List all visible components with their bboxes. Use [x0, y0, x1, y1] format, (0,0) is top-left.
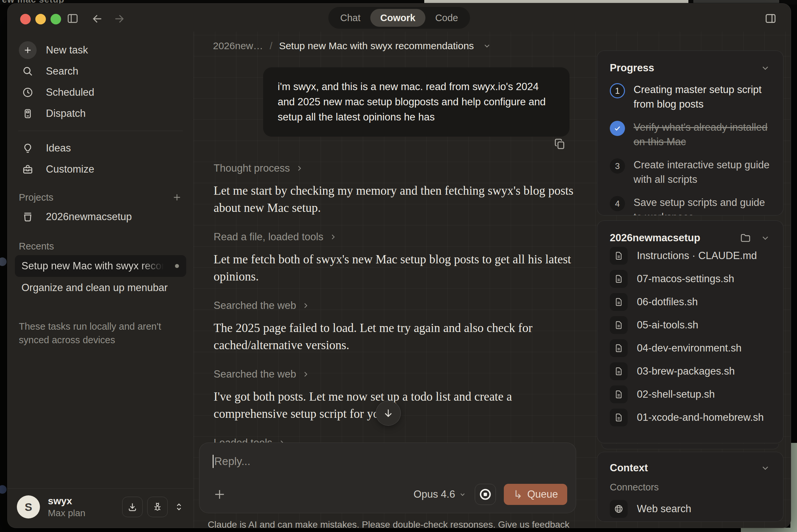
ai-disclaimer: Claude is AI and can make mistakes. Plea… [194, 519, 583, 528]
step-number: 1 [610, 83, 625, 98]
progress-step: 3 Create interactive setup guide with al… [610, 158, 771, 187]
desktop-wallpaper-corner [791, 443, 797, 532]
file-item[interactable]: 07-macos-settings.sh [610, 268, 771, 290]
recent-label: Setup new Mac with swyx recomme [21, 260, 167, 272]
right-panel: Progress 1 Creating master setup script … [597, 32, 783, 528]
sidebar-item-scheduled[interactable]: Scheduled [15, 82, 186, 103]
model-label: Opus 4.6 [414, 489, 455, 500]
context-card: Context Connectors Web search [597, 452, 783, 522]
feedback-link[interactable]: Give us feedback [498, 519, 570, 528]
forward-arrow-icon[interactable] [113, 12, 126, 25]
plus-icon [19, 41, 37, 59]
tool-section-header[interactable]: Searched the web [214, 300, 583, 311]
file-item[interactable]: 03-brew-packages.sh [610, 360, 771, 382]
bug-icon [152, 502, 163, 512]
reply-composer[interactable]: Reply... Opus 4.6 [199, 442, 576, 513]
clock-icon [19, 87, 37, 98]
collapse-chevron-icon[interactable] [760, 463, 771, 473]
progress-step-done: Verify what's already installed on this … [610, 120, 771, 149]
step-number: 3 [610, 158, 625, 174]
file-item[interactable]: 05-ai-tools.sh [610, 314, 771, 336]
attach-plus-icon[interactable] [212, 488, 226, 501]
account-footer: S swyx Max plan [7, 489, 193, 528]
sidebar-item-dispatch[interactable]: Dispatch [15, 103, 186, 124]
close-window-button[interactable] [20, 14, 31, 24]
breadcrumb: 2026new… / Setup new Mac with swyx recom… [213, 40, 492, 52]
progress-title: Progress [610, 62, 654, 74]
project-item[interactable]: 2026newmacsetup [15, 206, 186, 227]
zoom-window-button[interactable] [51, 14, 61, 24]
search-icon [19, 65, 37, 77]
projects-label: Projects [19, 192, 54, 203]
nav-label: Dispatch [46, 108, 86, 119]
tab-cowork[interactable]: Cowork [370, 9, 425, 27]
file-item[interactable]: 01-xcode-and-homebrew.sh [610, 406, 771, 429]
tab-chat[interactable]: Chat [331, 9, 370, 27]
recent-item[interactable]: Organize and clean up menubar [15, 277, 186, 299]
right-panel-toggle-icon[interactable] [764, 12, 777, 25]
lightbulb-icon [19, 142, 37, 154]
stop-button[interactable] [475, 484, 496, 505]
connector-item-web-search[interactable]: Web search [610, 500, 771, 518]
model-selector[interactable]: Opus 4.6 [414, 489, 467, 500]
minimize-window-button[interactable] [35, 14, 46, 24]
chevron-right-icon [329, 233, 337, 241]
background-window-fragment-2 [693, 0, 779, 3]
titlebar: Chat Cowork Code [7, 4, 791, 32]
local-tasks-note: These tasks run locally and aren't synce… [19, 320, 182, 347]
nav-label: New task [46, 44, 88, 56]
chevron-down-icon [458, 490, 467, 499]
account-switcher-chevrons[interactable] [174, 502, 184, 512]
sidebar-item-customize[interactable]: Customize [15, 159, 186, 180]
step-number: 4 [610, 196, 625, 211]
add-project-icon[interactable] [172, 192, 182, 203]
workspace-files-card: 2026newmacsetup Inst [597, 221, 783, 443]
queue-button[interactable]: ↳ Queue [504, 484, 567, 505]
download-updates-button[interactable] [122, 497, 143, 517]
queue-arrow-icon: ↳ [513, 489, 523, 500]
sidebar-item-search[interactable]: Search [15, 61, 186, 82]
file-item[interactable]: 02-shell-setup.sh [610, 383, 771, 405]
sidebar-toggle-icon[interactable] [67, 12, 79, 25]
chevron-down-icon[interactable] [482, 41, 492, 51]
collapse-chevron-icon[interactable] [760, 233, 771, 243]
project-bin-icon [19, 211, 37, 223]
nav-label: Customize [46, 163, 94, 175]
chevron-right-icon [301, 370, 310, 379]
copy-icon[interactable] [553, 137, 566, 151]
file-item[interactable]: 04-dev-environment.sh [610, 337, 771, 359]
connectors-label: Connectors [610, 482, 771, 493]
tab-code[interactable]: Code [425, 9, 468, 27]
mode-tabs: Chat Cowork Code [329, 7, 470, 29]
tool-section-header[interactable]: Searched the web [214, 368, 583, 380]
file-item[interactable]: 06-dotfiles.sh [610, 291, 771, 313]
folder-icon[interactable] [740, 232, 752, 244]
user-info: swyx Max plan [48, 495, 86, 518]
report-bug-button[interactable] [147, 497, 168, 517]
collapse-chevron-icon[interactable] [760, 63, 771, 73]
tool-section-header[interactable]: Read a file, loaded tools [214, 231, 583, 243]
context-title: Context [610, 462, 648, 474]
document-icon [610, 339, 628, 357]
background-dock-fragment [0, 485, 6, 494]
scroll-to-bottom-button[interactable] [376, 401, 401, 426]
window-content: New task Search Scheduled Dispatch [7, 32, 791, 528]
reply-input[interactable]: Reply... [214, 455, 250, 468]
back-arrow-icon[interactable] [91, 12, 104, 25]
breadcrumb-task[interactable]: Setup new Mac with swyx recommendations [279, 40, 474, 52]
queue-label: Queue [527, 489, 558, 500]
tool-section-header[interactable]: Thought process [214, 163, 583, 174]
arrow-down-icon [382, 407, 394, 419]
breadcrumb-project[interactable]: 2026new… [213, 40, 263, 52]
sidebar-divider [18, 131, 183, 131]
recent-item-selected[interactable]: Setup new Mac with swyx recomme [15, 255, 186, 277]
avatar[interactable]: S [17, 495, 40, 518]
document-icon [610, 270, 628, 288]
chevron-right-icon [295, 164, 304, 173]
sidebar-item-ideas[interactable]: Ideas [15, 138, 186, 159]
new-task-button[interactable]: New task [15, 40, 186, 61]
assistant-paragraph: The 2025 page failed to load. Let me try… [214, 320, 583, 354]
globe-icon [610, 500, 628, 518]
project-label: 2026newmacsetup [46, 211, 132, 223]
file-item[interactable]: Instructions · CLAUDE.md [610, 245, 771, 267]
